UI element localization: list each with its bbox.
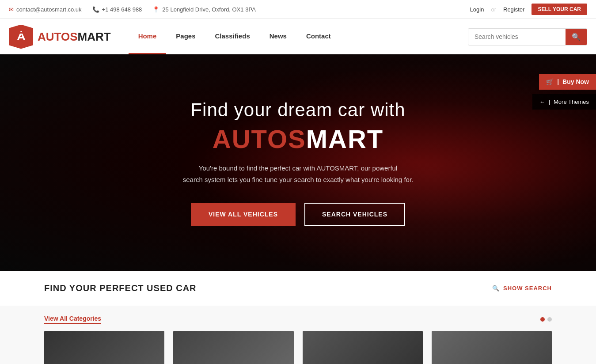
carousel-dots (540, 317, 552, 322)
more-themes-widget[interactable]: ← | More Themes (532, 94, 596, 110)
register-link[interactable]: Register (503, 6, 524, 13)
hero-title: Find your dream car with (183, 99, 413, 121)
search-icon-2: 🔍 (492, 285, 500, 292)
separator: | (557, 78, 559, 85)
category-card-3[interactable] (303, 331, 423, 364)
login-link[interactable]: Login (470, 6, 484, 13)
address-text: 25 Longfield Drive, Oxford, OX1 3PA (162, 6, 255, 13)
view-all-categories-link[interactable]: View All Categories (44, 315, 101, 324)
search-panel: FIND YOUR PERFECT USED CAR 🔍 SHOW SEARCH (0, 271, 596, 306)
search-box: 🔍 (468, 28, 587, 46)
top-bar-left: ✉ contact@autosmart.co.uk 📞 +1 498 648 9… (9, 6, 256, 13)
hero-subtitle: You're bound to find the perfect car wit… (183, 163, 413, 185)
category-cards (44, 331, 552, 364)
show-search-button[interactable]: 🔍 SHOW SEARCH (492, 285, 552, 292)
nav-contact[interactable]: Contact (296, 19, 341, 54)
sell-car-button[interactable]: Sell Your Car (531, 4, 587, 15)
hero-subtitle-line1: You're bound to find the perfect car wit… (199, 164, 398, 172)
hero-brand: AUTOSMART (183, 124, 413, 154)
hero-section: Find your dream car with AUTOSMART You'r… (0, 54, 596, 271)
nav-pages[interactable]: Pages (166, 19, 205, 54)
phone-icon: 📞 (92, 6, 99, 13)
or-divider: or (491, 6, 496, 13)
hero-brand-auto: AUTOS (213, 125, 306, 153)
email-item: ✉ contact@autosmart.co.uk (9, 6, 82, 13)
logo-text: AUTOSMART (38, 30, 111, 44)
search-vehicles-button[interactable]: SEARCH VEHICLES (304, 203, 405, 226)
nav-home[interactable]: Home (129, 19, 167, 54)
top-bar-right: Login or Register Sell Your Car (470, 4, 587, 15)
buy-now-widget[interactable]: 🛒 | Buy Now (539, 74, 596, 90)
hero-subtitle-line2: search system lets you fine tune your se… (183, 176, 413, 183)
logo-link[interactable]: AUTOSMART (9, 25, 111, 49)
dot-1[interactable] (540, 317, 545, 322)
nav-classifieds[interactable]: Classifieds (205, 19, 260, 54)
search-icon: 🔍 (572, 33, 581, 41)
phone-item: 📞 +1 498 648 988 (92, 6, 142, 13)
search-button[interactable]: 🔍 (566, 29, 587, 45)
hero-buttons: VIEW ALL VEHICLES SEARCH VEHICLES (183, 203, 413, 226)
dot-2[interactable] (547, 317, 552, 322)
cart-icon: 🛒 (546, 78, 554, 85)
phone-number: +1 498 648 988 (102, 6, 142, 13)
logo-icon (9, 25, 33, 49)
navbar: AUTOSMART Home Pages Classifieds News Co… (0, 19, 596, 54)
view-all-button[interactable]: VIEW ALL VEHICLES (191, 203, 296, 226)
category-card-1[interactable] (44, 331, 164, 364)
hero-content: Find your dream car with AUTOSMART You'r… (174, 91, 422, 235)
category-card-4[interactable] (432, 331, 552, 364)
category-card-2[interactable] (173, 331, 293, 364)
nav-news[interactable]: News (260, 19, 296, 54)
more-themes-label: More Themes (554, 99, 589, 105)
logo-mart: MART (78, 30, 111, 43)
address-item: 📍 25 Longfield Drive, Oxford, OX1 3PA (152, 6, 255, 13)
arrow-left-icon: ← (539, 99, 545, 105)
location-icon: 📍 (152, 6, 159, 13)
section-title: FIND YOUR PERFECT USED CAR (44, 283, 197, 293)
categories-section: View All Categories (0, 306, 596, 364)
show-search-label: SHOW SEARCH (503, 285, 552, 292)
top-bar: ✉ contact@autosmart.co.uk 📞 +1 498 648 9… (0, 0, 596, 19)
email-icon: ✉ (9, 6, 14, 13)
logo-auto: AUTOS (38, 30, 78, 43)
nav-links: Home Pages Classifieds News Contact (129, 19, 468, 54)
search-input[interactable] (468, 29, 566, 44)
separator-2: | (549, 99, 550, 105)
categories-header: View All Categories (44, 315, 552, 324)
email-address: contact@autosmart.co.uk (16, 6, 82, 13)
hero-brand-mart: MART (306, 125, 384, 153)
buy-now-label: Buy Now (562, 78, 589, 85)
